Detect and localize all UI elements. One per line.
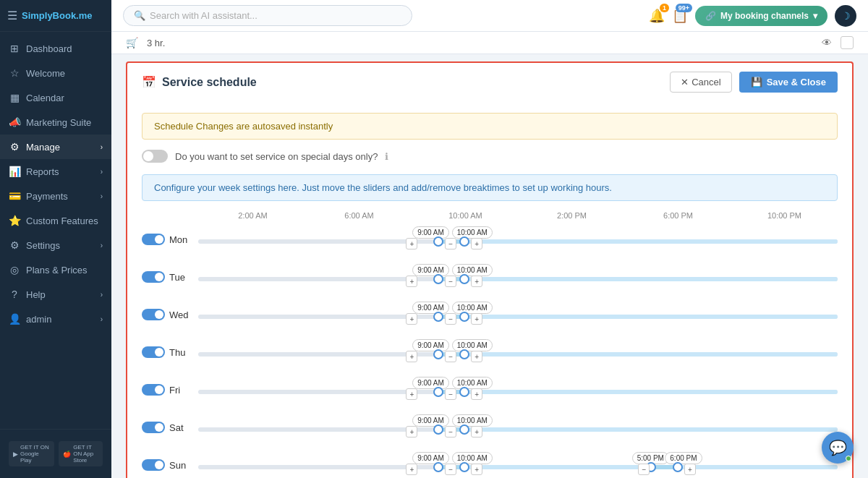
plus-right-fri[interactable]: +: [471, 388, 482, 400]
eye-icon[interactable]: 👁: [822, 37, 832, 48]
end-handle-thu[interactable]: [459, 349, 469, 359]
start-handle-wed[interactable]: [433, 312, 443, 322]
reports-chevron-icon: ›: [101, 168, 103, 176]
google-play-button[interactable]: ▶ GET IT ON Google Play: [9, 441, 54, 466]
sidebar-item-label-plans: Plans & Prices: [26, 265, 88, 276]
plus-right-mon[interactable]: +: [471, 238, 482, 249]
minus-center-sat[interactable]: −: [445, 426, 456, 438]
start-handle-tue[interactable]: [433, 274, 443, 284]
plus-right-tue[interactable]: +: [471, 276, 482, 287]
day-toggle-sat[interactable]: [142, 422, 165, 433]
chat-button[interactable]: 💬: [822, 432, 854, 464]
sidebar-item-admin[interactable]: 👤 admin ›: [0, 307, 111, 331]
tasks-button[interactable]: 📋 99+: [672, 8, 688, 24]
plus-left-sat[interactable]: +: [406, 426, 417, 438]
plus-right-sun[interactable]: +: [471, 464, 482, 475]
google-play-icon: ▶: [13, 451, 18, 458]
slider-area-thu[interactable]: 9:00 AM10:00 AM+−+: [198, 339, 838, 365]
minus-center-fri[interactable]: −: [445, 388, 456, 400]
calendar-icon: ▦: [9, 92, 20, 103]
slider-area-mon[interactable]: 9:00 AM10:00 AM+−+: [198, 226, 838, 252]
start-time-sat: 9:00 AM: [412, 414, 449, 427]
plus-left-tue[interactable]: +: [406, 276, 417, 287]
day-toggle-thu[interactable]: [142, 346, 165, 358]
sidebar-item-calendar[interactable]: ▦ Calendar: [0, 85, 111, 110]
apple-icon: 🍎: [63, 451, 71, 458]
sidebar-item-settings[interactable]: ⚙ Settings ›: [0, 233, 111, 257]
sidebar-logo[interactable]: ☰ SimplyBook.me: [0, 0, 111, 32]
sidebar-item-help[interactable]: ? Help ›: [0, 282, 111, 307]
day-toggle-wed[interactable]: [142, 309, 165, 320]
slider-area-tue[interactable]: 9:00 AM10:00 AM+−+: [198, 264, 838, 290]
sidebar-item-custom[interactable]: ⭐ Custom Features: [0, 208, 111, 233]
day-toggle-sun[interactable]: [142, 459, 165, 471]
apple-store-button[interactable]: 🍎 GET IT ON App Store: [59, 441, 103, 466]
sidebar-item-reports[interactable]: 📊 Reports ›: [0, 159, 111, 184]
header: 🔍 Search with AI assistant... 🔔 1 📋 99+ …: [111, 0, 868, 32]
sidebar-item-manage[interactable]: ⚙ Manage ›: [0, 135, 111, 159]
plus-left-wed[interactable]: +: [406, 313, 417, 325]
minus-center-sun[interactable]: −: [445, 464, 456, 475]
avatar-button[interactable]: ☽: [835, 5, 856, 27]
service-checkbox[interactable]: [841, 36, 854, 49]
minus-center-tue[interactable]: −: [445, 276, 456, 287]
end-handle-tue[interactable]: [459, 274, 469, 284]
end-handle-sun[interactable]: [459, 462, 469, 472]
minus-center-mon[interactable]: −: [445, 238, 456, 249]
start-handle-fri[interactable]: [433, 387, 443, 397]
day-name-thu: Thu: [169, 347, 194, 358]
slider-area-sat[interactable]: 9:00 AM10:00 AM+−+: [198, 414, 838, 440]
notification-bell[interactable]: 🔔 1: [649, 8, 665, 24]
day-row-sat: Sat9:00 AM10:00 AM+−+: [142, 411, 838, 444]
day-toggle-mon[interactable]: [142, 234, 165, 245]
extra-end-handle-sun[interactable]: [673, 462, 683, 472]
plus-extra-sun[interactable]: +: [684, 464, 696, 475]
save-close-button[interactable]: 💾 Save & Close: [739, 72, 838, 93]
end-handle-mon[interactable]: [459, 236, 469, 247]
booking-btn-label: My booking channels: [720, 11, 809, 21]
slider-area-sun[interactable]: 9:00 AM10:00 AM+−+5:00 PM6:00 PM−+: [198, 452, 838, 478]
hamburger-icon[interactable]: ☰: [7, 9, 17, 22]
cancel-button[interactable]: ✕ Cancel: [670, 72, 731, 93]
info-icon[interactable]: ℹ: [385, 151, 388, 162]
minus-center-wed[interactable]: −: [445, 313, 456, 325]
sidebar-item-plans[interactable]: ◎ Plans & Prices: [0, 257, 111, 282]
start-time-tue: 9:00 AM: [412, 264, 449, 276]
search-bar[interactable]: 🔍 Search with AI assistant...: [123, 5, 412, 26]
plus-left-thu[interactable]: +: [406, 351, 417, 362]
plus-left-sun[interactable]: +: [406, 464, 417, 475]
plus-right-sat[interactable]: +: [471, 426, 482, 438]
day-toggle-fri[interactable]: [142, 384, 165, 396]
plus-left-fri[interactable]: +: [406, 388, 417, 400]
special-days-toggle[interactable]: [142, 150, 168, 163]
special-days-label: Do you want to set service on special da…: [175, 151, 378, 162]
settings-chevron-icon: ›: [101, 242, 103, 249]
start-time-sun: 9:00 AM: [412, 452, 449, 464]
slider-area-wed[interactable]: 9:00 AM10:00 AM+−+: [198, 302, 838, 328]
sidebar-item-welcome[interactable]: ☆ Welcome: [0, 61, 111, 85]
start-handle-sat[interactable]: [433, 424, 443, 435]
end-time-mon: 10:00 AM: [452, 226, 493, 239]
sidebar-item-dashboard[interactable]: ⊞ Dashboard: [0, 36, 111, 61]
plus-right-wed[interactable]: +: [471, 313, 482, 325]
end-time-wed: 10:00 AM: [452, 302, 493, 314]
plus-right-thu[interactable]: +: [471, 351, 482, 362]
apple-store-label: GET IT ON App Store: [73, 444, 98, 464]
sidebar-item-marketing[interactable]: 📣 Marketing Suite: [0, 110, 111, 135]
end-handle-sat[interactable]: [459, 424, 469, 435]
minus-center-thu[interactable]: −: [445, 351, 456, 362]
welcome-icon: ☆: [9, 67, 20, 79]
start-handle-mon[interactable]: [433, 236, 443, 247]
cancel-label: Cancel: [692, 77, 720, 88]
end-handle-fri[interactable]: [459, 387, 469, 397]
minus-extra-sun[interactable]: −: [638, 464, 650, 475]
sidebar-item-payments[interactable]: 💳 Payments ›: [0, 184, 111, 208]
start-handle-sun[interactable]: [433, 462, 443, 472]
slider-area-fri[interactable]: 9:00 AM10:00 AM+−+: [198, 377, 838, 403]
my-booking-channels-button[interactable]: 🔗 My booking channels ▾: [695, 6, 827, 26]
start-handle-thu[interactable]: [433, 349, 443, 359]
end-handle-wed[interactable]: [459, 312, 469, 322]
day-toggle-tue[interactable]: [142, 271, 165, 283]
plus-left-mon[interactable]: +: [406, 238, 417, 249]
header-right: 🔔 1 📋 99+ 🔗 My booking channels ▾ ☽: [649, 5, 856, 27]
